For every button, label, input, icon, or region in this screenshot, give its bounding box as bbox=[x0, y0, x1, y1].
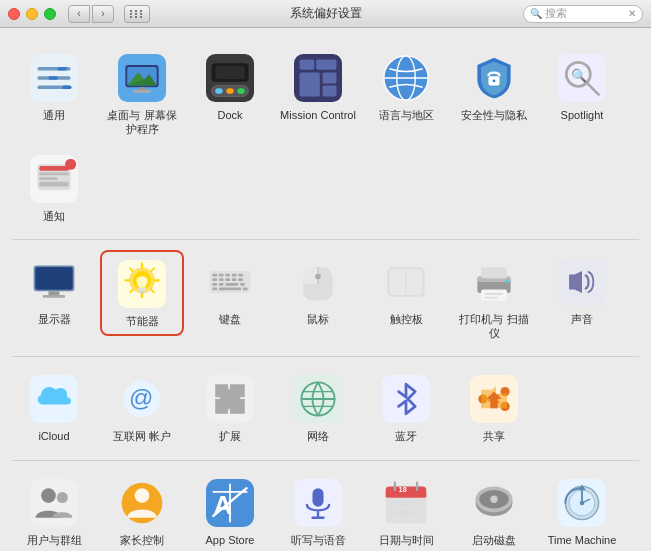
app-extensions[interactable]: 扩展 bbox=[188, 367, 272, 449]
svg-rect-91 bbox=[485, 297, 498, 299]
security-label: 安全性与隐私 bbox=[461, 108, 527, 122]
app-startup[interactable]: 启动磁盘 bbox=[452, 471, 536, 551]
extensions-icon bbox=[204, 373, 256, 425]
users-label: 用户与群组 bbox=[27, 533, 82, 547]
search-bar[interactable]: 🔍 搜索 ✕ bbox=[523, 5, 643, 23]
notification-label: 通知 bbox=[43, 209, 65, 223]
app-mission[interactable]: Mission Control bbox=[276, 46, 360, 128]
section-row2: 显示器 bbox=[12, 240, 639, 358]
desktop-icon bbox=[116, 52, 168, 104]
app-sharing[interactable]: 共享 bbox=[452, 367, 536, 449]
svg-text:@: @ bbox=[129, 385, 153, 412]
printer-label: 打印机与 扫描仪 bbox=[456, 312, 532, 341]
app-mouse[interactable]: 鼠标 bbox=[276, 250, 360, 332]
svg-point-137 bbox=[490, 495, 497, 502]
app-dictation[interactable]: 听写与语音 bbox=[276, 471, 360, 551]
svg-rect-89 bbox=[481, 289, 507, 300]
svg-rect-130 bbox=[412, 510, 419, 516]
keyboard-label: 键盘 bbox=[219, 312, 241, 326]
svg-rect-90 bbox=[485, 293, 503, 295]
displays-icon bbox=[28, 256, 80, 308]
notification-icon bbox=[28, 153, 80, 205]
svg-rect-49 bbox=[43, 295, 65, 298]
app-dock[interactable]: Dock bbox=[188, 46, 272, 128]
datetime-icon: 18 bbox=[380, 477, 432, 529]
svg-rect-20 bbox=[215, 66, 245, 79]
app-bluetooth[interactable]: 蓝牙 bbox=[364, 367, 448, 449]
svg-rect-73 bbox=[238, 278, 243, 281]
startup-label: 启动磁盘 bbox=[472, 533, 516, 547]
minimize-button[interactable] bbox=[26, 8, 38, 20]
app-internet[interactable]: @ 互联网 帐户 bbox=[100, 367, 184, 449]
app-notification[interactable]: 通知 bbox=[12, 147, 96, 229]
users-icon bbox=[28, 477, 80, 529]
svg-rect-43 bbox=[39, 181, 69, 186]
svg-rect-76 bbox=[225, 283, 238, 286]
app-language[interactable]: 语言与地区 bbox=[364, 46, 448, 128]
security-icon bbox=[468, 52, 520, 104]
grid-button[interactable] bbox=[124, 5, 150, 23]
close-button[interactable] bbox=[8, 8, 20, 20]
desktop-label: 桌面与 屏幕保护程序 bbox=[104, 108, 180, 137]
main-content: 通用 桌面与 屏幕保护程序 bbox=[0, 28, 651, 551]
mission-label: Mission Control bbox=[280, 108, 356, 122]
network-icon bbox=[292, 373, 344, 425]
app-parental[interactable]: 家长控制 bbox=[100, 471, 184, 551]
app-timemachine[interactable]: Time Machine bbox=[540, 471, 624, 551]
datetime-label: 日期与时间 bbox=[379, 533, 434, 547]
mouse-icon bbox=[292, 256, 344, 308]
general-icon bbox=[28, 52, 80, 104]
svg-rect-12 bbox=[138, 87, 145, 90]
language-label: 语言与地区 bbox=[379, 108, 434, 122]
app-users[interactable]: 用户与群组 bbox=[12, 471, 96, 551]
app-icloud[interactable]: iCloud bbox=[12, 367, 96, 449]
dictation-icon bbox=[292, 477, 344, 529]
mission-icon bbox=[292, 52, 344, 104]
app-keyboard[interactable]: 键盘 bbox=[188, 250, 272, 332]
keyboard-icon bbox=[204, 256, 256, 308]
back-button[interactable]: ‹ bbox=[68, 5, 90, 23]
section-row1: 通用 桌面与 屏幕保护程序 bbox=[12, 36, 639, 240]
internet-label: 互联网 帐户 bbox=[113, 429, 171, 443]
section-row4: 用户与群组 家长控制 A bbox=[12, 461, 639, 551]
svg-rect-126 bbox=[400, 501, 407, 507]
svg-rect-64 bbox=[212, 274, 217, 277]
app-printer[interactable]: 打印机与 扫描仪 bbox=[452, 250, 536, 347]
svg-rect-62 bbox=[139, 291, 145, 293]
sharing-icon bbox=[468, 373, 520, 425]
app-energy[interactable]: 节能器 bbox=[100, 250, 184, 336]
svg-rect-6 bbox=[62, 85, 71, 89]
dock-icon bbox=[204, 52, 256, 104]
app-security[interactable]: 安全性与隐私 bbox=[452, 46, 536, 128]
app-network[interactable]: 网络 bbox=[276, 367, 360, 449]
svg-rect-25 bbox=[323, 72, 337, 83]
startup-icon bbox=[468, 477, 520, 529]
app-spotlight[interactable]: 🔍 Spotlight bbox=[540, 46, 624, 128]
icloud-icon bbox=[28, 373, 80, 425]
app-sound[interactable]: 声音 bbox=[540, 250, 624, 332]
svg-rect-74 bbox=[212, 283, 217, 286]
app-trackpad[interactable]: 触控板 bbox=[364, 250, 448, 332]
printer-icon bbox=[468, 256, 520, 308]
forward-button[interactable]: › bbox=[92, 5, 114, 23]
app-displays[interactable]: 显示器 bbox=[12, 250, 96, 332]
language-icon bbox=[380, 52, 432, 104]
svg-rect-40 bbox=[39, 166, 69, 171]
svg-rect-68 bbox=[238, 274, 243, 277]
svg-rect-61 bbox=[138, 288, 145, 292]
app-desktop[interactable]: 桌面与 屏幕保护程序 bbox=[100, 46, 184, 143]
svg-rect-72 bbox=[232, 278, 237, 281]
search-icon: 🔍 bbox=[530, 8, 542, 19]
search-clear-icon[interactable]: ✕ bbox=[628, 8, 636, 19]
svg-rect-65 bbox=[219, 274, 224, 277]
app-datetime[interactable]: 18 日期与时间 bbox=[364, 471, 448, 551]
app-appstore[interactable]: A App Store bbox=[188, 471, 272, 551]
svg-rect-4 bbox=[58, 67, 67, 71]
svg-rect-124 bbox=[386, 494, 427, 498]
maximize-button[interactable] bbox=[44, 8, 56, 20]
svg-rect-77 bbox=[240, 283, 245, 286]
app-general[interactable]: 通用 bbox=[12, 46, 96, 128]
svg-rect-119 bbox=[312, 488, 323, 506]
timemachine-icon bbox=[556, 477, 608, 529]
spotlight-icon: 🔍 bbox=[556, 52, 608, 104]
